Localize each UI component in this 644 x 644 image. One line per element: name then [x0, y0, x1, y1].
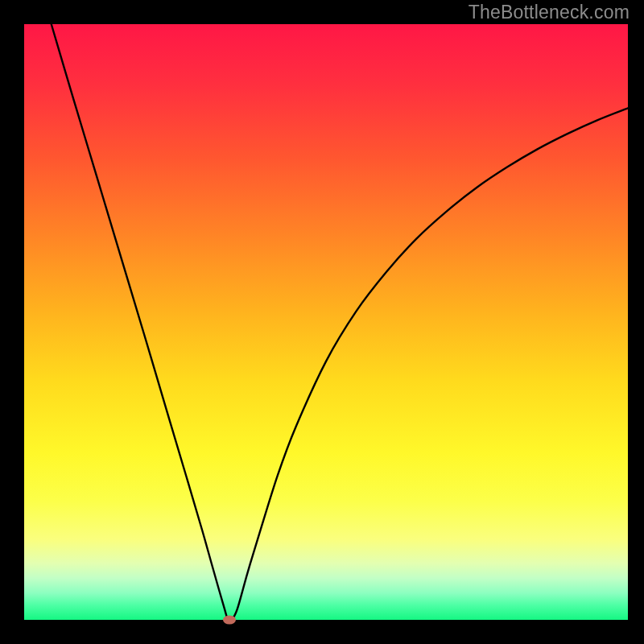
watermark-text: TheBottleneck.com: [469, 2, 630, 23]
optimal-point-marker: [223, 616, 236, 625]
bottleneck-chart: [0, 0, 644, 644]
chart-container: { "watermark": "TheBottleneck.com", "cha…: [0, 0, 644, 644]
plot-background: [24, 24, 628, 620]
